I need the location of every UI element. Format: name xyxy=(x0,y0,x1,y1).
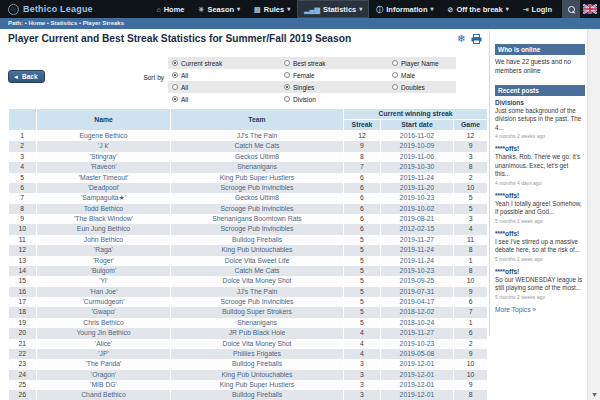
radio-button[interactable] xyxy=(284,96,290,102)
team-cell: Shenanigans Boomtown Rats xyxy=(171,214,344,224)
start-date-cell: 2019-10-23 xyxy=(381,266,454,276)
player-name-cell: John Bethico xyxy=(37,235,171,245)
rank-cell: 18 xyxy=(9,307,37,317)
group-column-header: Current winning streak xyxy=(344,109,488,120)
team-cell: Dolce Vita Money Shot xyxy=(171,339,344,349)
team-column-header: Team xyxy=(171,109,344,131)
filter-option: Best streak xyxy=(284,60,392,67)
scroll-down-icon[interactable]: ▼ xyxy=(588,391,600,398)
streak-cell: 6 xyxy=(344,173,381,183)
rank-cell: 23 xyxy=(9,359,37,369)
game-column-header: Game xyxy=(454,120,488,131)
filter-option: Player Name xyxy=(392,60,456,67)
top-navbar: Bethico League ⌂ Home ✳ Season ▤ Rule xyxy=(0,0,600,18)
radio-button[interactable] xyxy=(284,84,290,90)
print-icon[interactable] xyxy=(471,34,482,44)
nav-item-label: Season xyxy=(207,5,234,14)
player-name-cell: 'Bulgom' xyxy=(37,266,171,276)
page-scrollbar[interactable]: ▼ xyxy=(587,29,600,400)
table-row: 21 'Alice' Dolce Vita Money Shot 4 2019-… xyxy=(9,339,488,349)
team-cell: King Pub Untouchables xyxy=(171,370,344,380)
filter-panel: Current streak Best streak Player Name A… xyxy=(168,57,456,105)
start-date-cell: 2019-10-02 xyxy=(381,204,454,214)
team-cell: JJ's The Pain xyxy=(171,131,344,142)
start-date-cell: 2019-12-01 xyxy=(381,370,454,380)
more-topics-link[interactable]: More Topics » xyxy=(495,306,585,313)
filter-row-streak-type: Current streak Best streak Player Name xyxy=(168,57,456,69)
rank-cell: 9 xyxy=(9,214,37,224)
post-body: I see I've stirred up a massive debate h… xyxy=(495,238,585,255)
radio-button[interactable] xyxy=(172,60,178,66)
nav-item-label: Rules xyxy=(264,5,284,14)
radio-button[interactable] xyxy=(284,72,290,78)
nav-item[interactable]: ⓘ Information xyxy=(369,0,440,18)
start-date-cell: 2019-11-24 xyxy=(381,245,454,255)
player-name-cell: 'Curmudgeon' xyxy=(37,297,171,307)
table-row: 4 'Raveon' Shenanigans 7 2019-10-30 8 xyxy=(9,162,488,172)
streak-cell: 5 xyxy=(344,245,381,255)
nav-item[interactable]: ⇥ Login xyxy=(516,0,559,18)
post-title-link[interactable]: ****offs! xyxy=(495,145,585,152)
filter-row-division: All Division xyxy=(168,93,456,105)
caret-down-icon xyxy=(359,6,362,12)
streak-cell: 6 xyxy=(344,214,381,224)
rank-cell: 21 xyxy=(9,339,37,349)
nav-item[interactable]: ▂▄▆ Statistics xyxy=(297,0,369,18)
post-title-link[interactable]: ****offs! xyxy=(495,230,585,237)
post-timestamp: 5 months 2 weeks ago xyxy=(495,294,585,300)
start-date-cell: 2019-05-08 xyxy=(381,349,454,359)
team-cell: JJ's The Pain xyxy=(171,287,344,297)
radio-button[interactable] xyxy=(172,84,178,90)
nav-item[interactable]: ✳ Season xyxy=(192,0,248,18)
table-row: 11 John Bethico Bulldog Fireballs 5 2019… xyxy=(9,235,488,245)
back-button[interactable]: ◄ Back xyxy=(8,70,45,83)
start-date-cell: 2019-09-25 xyxy=(381,276,454,286)
recent-posts-list: Divisions Just some background of the di… xyxy=(495,99,585,300)
radio-label: Best streak xyxy=(293,60,326,67)
brand-logo[interactable]: Bethico League xyxy=(0,0,101,18)
streak-cell: 6 xyxy=(344,224,381,234)
uk-flag-icon[interactable] xyxy=(583,4,597,14)
table-row: 20 Young Jin Bethico JR Pub Black Hole 4… xyxy=(9,328,488,338)
streak-cell: 5 xyxy=(344,266,381,276)
nav-menu: ⌂ Home ✳ Season ▤ Rules ▂▄▆ xyxy=(149,0,559,18)
start-date-cell: 2019-11-20 xyxy=(381,183,454,193)
radio-button[interactable] xyxy=(284,60,290,66)
post-title-link[interactable]: Divisions xyxy=(495,99,585,106)
start-date-cell: 2019-11-27 xyxy=(381,328,454,338)
radio-button[interactable] xyxy=(392,60,398,66)
rank-cell: 20 xyxy=(9,328,37,338)
player-name-cell: Chris Bethico xyxy=(37,318,171,328)
radio-label: Doubles xyxy=(401,84,425,91)
team-cell: Bulldog Super Strokers xyxy=(171,307,344,317)
start-date-cell: 2019-12-01 xyxy=(381,390,454,400)
nav-item[interactable]: ⌂ Home xyxy=(149,0,191,18)
player-name-cell: 'The Black Window' xyxy=(37,214,171,224)
game-cell: 8 xyxy=(454,390,488,400)
filter-option: Male xyxy=(392,72,456,79)
radio-label: Division xyxy=(293,96,316,103)
radio-button[interactable] xyxy=(392,72,398,78)
post-title-link[interactable]: ****offs! xyxy=(495,192,585,199)
post-title-link[interactable]: ****offs! xyxy=(495,268,585,275)
who-is-online-header: Who is online xyxy=(495,44,585,55)
team-cell: King Pub Super Hustlers xyxy=(171,173,344,183)
player-name-cell: 'Stingray' xyxy=(37,152,171,162)
nav-item[interactable]: ⊘ Off the break xyxy=(441,0,516,18)
search-button[interactable] xyxy=(562,0,580,18)
snowflake-icon[interactable]: ❄ xyxy=(457,33,465,44)
nav-item-label: Home xyxy=(164,5,185,14)
player-name-cell: Eugene Bethico xyxy=(37,131,171,142)
radio-button[interactable] xyxy=(172,72,178,78)
table-row: 15 'Yi' Dolce Vita Money Shot 5 2019-09-… xyxy=(9,276,488,286)
table-row: 18 'Gwapo' Bulldog Super Strokers 5 2018… xyxy=(9,307,488,317)
radio-button[interactable] xyxy=(172,96,178,102)
radio-button[interactable] xyxy=(392,84,398,90)
start-date-cell: 2018-12-02 xyxy=(381,307,454,317)
game-cell: 8 xyxy=(454,162,488,172)
start-date-cell: 2012-02-15 xyxy=(381,224,454,234)
game-cell: 6 xyxy=(454,297,488,307)
start-date-cell: 2019-11-06 xyxy=(381,152,454,162)
nav-item[interactable]: ▤ Rules xyxy=(247,0,297,18)
rank-cell: 3 xyxy=(9,152,37,162)
